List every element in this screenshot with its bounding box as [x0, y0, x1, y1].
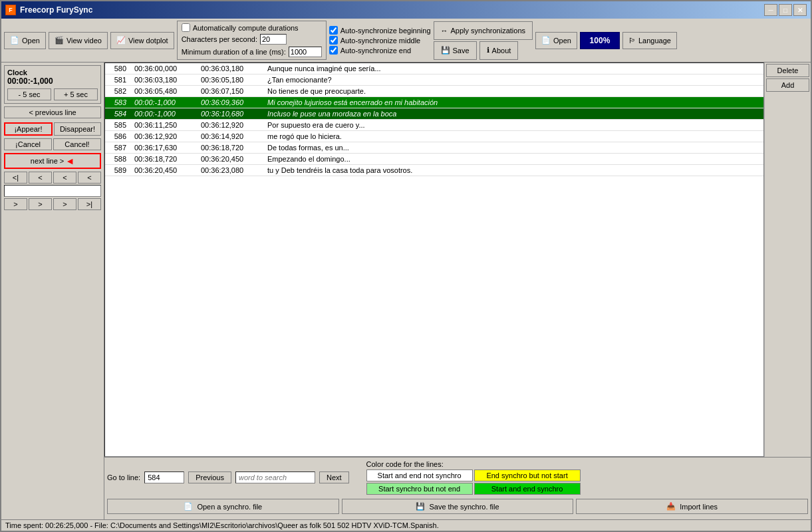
language-button[interactable]: 🏳 Language [622, 32, 677, 49]
save-label: Save [453, 47, 470, 55]
row-number: 588 [105, 154, 132, 165]
save-synchro-button[interactable]: 💾 Save the synchro. file [342, 499, 574, 514]
prev-line-button[interactable]: < previous line [4, 106, 101, 118]
disappear-button[interactable]: Disappear! [54, 122, 101, 136]
next-button[interactable]: Next [319, 471, 349, 483]
toolbar-row1: 📄 Open 🎬 View video 📈 View dotplot Autom… [1, 19, 811, 63]
language-label: Language [638, 37, 671, 45]
min-duration-input[interactable] [289, 47, 322, 57]
save-button[interactable]: 💾 Save [434, 41, 477, 60]
sec-buttons: - 5 sec + 5 sec [7, 88, 98, 100]
about-label: About [492, 47, 511, 55]
previous-button[interactable]: Previous [188, 471, 231, 483]
cancel1-button[interactable]: ¡Cancel [4, 138, 52, 150]
maximize-button[interactable]: □ [779, 4, 792, 16]
video-icon: 🎬 [55, 36, 64, 45]
auto-sync-middle-label: Auto-synchronize middle [340, 37, 420, 45]
legend-not-synchro: Start and end not synchro [366, 469, 473, 481]
pos-prev2-button[interactable]: < [53, 172, 76, 184]
import-icon: 📥 [666, 502, 676, 511]
apply-sync-label: Apply synchronizations [451, 27, 526, 35]
row-start-time: 00:00:-1,000 [132, 108, 198, 120]
pos-next3-button[interactable]: > [53, 198, 76, 210]
auto-sync-middle-checkbox[interactable] [329, 36, 338, 45]
table-row[interactable]: 58300:00:-1,00000:36:09,360Mi conejito l… [105, 97, 763, 108]
zoom-button[interactable]: 100% [580, 32, 620, 49]
delete-button[interactable]: Delete [766, 64, 809, 77]
position-controls: <| < < < 00:00:-1,000 > > > >| [4, 172, 101, 210]
cancel2-button[interactable]: Cancel! [53, 138, 101, 150]
pos-next2-button[interactable]: > [29, 198, 52, 210]
table-row[interactable]: 58900:36:20,45000:36:23,080tu y Deb tend… [105, 165, 763, 176]
auto-sync-middle-row: Auto-synchronize middle [329, 36, 431, 45]
minimize-button[interactable]: ─ [764, 4, 777, 16]
view-video-label: View video [67, 37, 102, 45]
pos-row-bottom: > > > >| [4, 198, 101, 210]
table-row[interactable]: 58200:36:05,48000:36:07,150No tienes de … [105, 86, 763, 97]
row-number: 587 [105, 142, 132, 154]
pos-prev3-button[interactable]: < [78, 172, 101, 184]
row-end-time: 00:36:10,680 [198, 108, 265, 120]
appear-button[interactable]: ¡Appear! [4, 122, 53, 136]
row-end-time: 00:36:14,920 [198, 131, 265, 142]
table-row[interactable]: 58600:36:12,92000:36:14,920me rogó que l… [105, 131, 763, 142]
search-row: Go to line: Previous Next Color code for… [107, 460, 808, 495]
pos-next-button[interactable]: > [4, 198, 27, 210]
minus5-button[interactable]: - 5 sec [7, 88, 51, 100]
row-start-time: 00:00:-1,000 [132, 97, 198, 108]
table-row[interactable]: 58700:36:17,63000:36:18,720De todas form… [105, 142, 763, 154]
title-bar-left: F Freecorp FurySync [5, 5, 92, 15]
open2-label: Open [553, 37, 571, 45]
open-synchro-button[interactable]: 📄 Open a synchro. file [107, 499, 339, 514]
auto-compute-checkbox[interactable] [182, 23, 190, 32]
open-button[interactable]: 📄 Open [4, 32, 46, 49]
import-button[interactable]: 📥 Import lines [576, 499, 808, 514]
auto-sync-end-checkbox[interactable] [329, 46, 338, 55]
search-input[interactable] [235, 471, 315, 483]
app-icon: F [5, 5, 16, 15]
view-video-button[interactable]: 🎬 View video [49, 32, 108, 49]
legend-both-synchro: Start and end synchro [474, 483, 581, 495]
legend-area: Color code for the lines: Start and end … [366, 460, 581, 495]
bottom-section: Go to line: Previous Next Color code for… [104, 457, 811, 519]
row-start-time: 00:36:12,920 [132, 131, 198, 142]
pos-prev-button[interactable]: < [29, 172, 52, 184]
title-bar: F Freecorp FurySync ─ □ ✕ [1, 1, 811, 19]
right-buttons-group: ↔ Apply synchronizations 💾 Save ℹ About [434, 21, 533, 60]
flag-icon: 🏳 [628, 37, 636, 45]
row-number: 581 [105, 74, 132, 86]
view-dotplot-button[interactable]: 📈 View dotplot [110, 32, 174, 49]
clock-section: Clock 00:00:-1,000 - 5 sec + 5 sec [4, 65, 101, 104]
auto-sync-beginning-row: Auto-synchronize beginning [329, 26, 431, 35]
save-icon: 💾 [441, 46, 450, 55]
row-end-time: 00:36:23,080 [198, 165, 265, 176]
table-container[interactable]: 58000:36:00,00000:36:03,180Aunque nunca … [104, 63, 764, 457]
chars-per-sec-input[interactable] [260, 34, 287, 45]
add-button[interactable]: Add [766, 78, 809, 92]
status-text: Time spent: 00:26:25,000 - File: C:\Docu… [5, 521, 439, 529]
pos-time-input[interactable]: 00:00:-1,000 [4, 185, 101, 197]
table-row[interactable]: 58400:00:-1,00000:36:10,680Incluso le pu… [105, 108, 763, 120]
row-text: No tienes de que preocuparte. [265, 86, 763, 97]
table-row[interactable]: 58100:36:03,18000:36:05,180¿Tan emociona… [105, 74, 763, 86]
open-file-button2[interactable]: 📄 Open [535, 32, 577, 49]
table-row[interactable]: 58800:36:18,72000:36:20,450Empezando el … [105, 154, 763, 165]
row-end-time: 00:36:05,180 [198, 74, 265, 86]
pos-start-button[interactable]: <| [4, 172, 27, 184]
row-start-time: 00:36:05,480 [132, 86, 198, 97]
status-bar: Time spent: 00:26:25,000 - File: C:\Docu… [1, 519, 811, 531]
next-line-button[interactable]: next line > ◄ [4, 153, 101, 169]
auto-sync-beginning-checkbox[interactable] [329, 26, 338, 35]
row-start-time: 00:36:18,720 [132, 154, 198, 165]
goto-input[interactable] [144, 471, 184, 483]
save-synchro-icon: 💾 [416, 502, 425, 511]
about-button[interactable]: ℹ About [479, 41, 519, 60]
table-row[interactable]: 58500:36:11,25000:36:12,920Por supuesto … [105, 120, 763, 131]
apply-sync-button[interactable]: ↔ Apply synchronizations [434, 21, 533, 40]
pos-row-top: <| < < < [4, 172, 101, 184]
plus5-button[interactable]: + 5 sec [54, 88, 98, 100]
chars-per-sec-label: Characters per second: [182, 35, 257, 43]
table-row[interactable]: 58000:36:00,00000:36:03,180Aunque nunca … [105, 63, 763, 74]
pos-end-button[interactable]: >| [78, 198, 101, 210]
close-button[interactable]: ✕ [793, 4, 807, 16]
